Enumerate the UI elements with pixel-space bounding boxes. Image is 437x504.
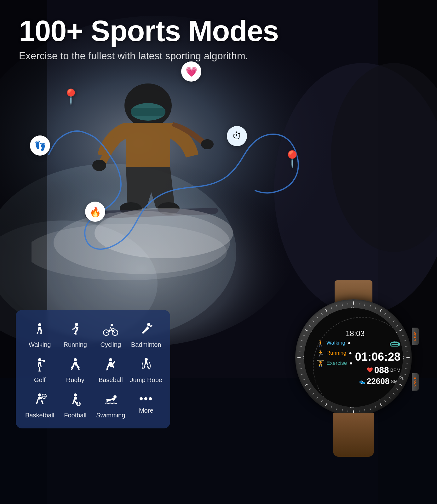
baseball-icon [104, 358, 118, 374]
walking-watch-icon: 🚶 [317, 339, 325, 347]
walking-label: Walking [29, 341, 51, 348]
svg-rect-120 [392, 344, 398, 345]
svg-line-87 [301, 374, 303, 375]
svg-point-36 [145, 358, 148, 361]
activity-list: 🚶 Walking ● 🏃 Running ● 🏋 [317, 339, 353, 367]
svg-line-56 [402, 335, 404, 336]
crown-back[interactable]: BACK [412, 373, 419, 391]
header-section: 100+ Sports Modes Exercise to the fulles… [0, 0, 437, 62]
pin-stopwatch: ⏱ [227, 126, 247, 146]
svg-line-50 [380, 309, 382, 312]
svg-line-82 [317, 397, 318, 398]
golf-label: Golf [34, 376, 46, 384]
heart-icon: 💗 [181, 61, 201, 82]
svg-line-54 [396, 325, 398, 326]
basketball-icon [33, 393, 47, 409]
location-pin-1-icon: 📍 [61, 88, 80, 106]
walking-icon [33, 323, 47, 339]
sport-cycling: Cycling [93, 319, 129, 352]
svg-line-61 [406, 363, 408, 364]
svg-line-94 [303, 335, 305, 336]
location-pin-2-icon: 📍 [282, 150, 302, 169]
svg-line-102 [336, 305, 337, 307]
svg-line-86 [303, 379, 305, 380]
svg-line-58 [405, 346, 407, 346]
watch-body: .tick { stroke: rgba(255,255,255,0.5); s… [295, 299, 412, 416]
svg-line-76 [348, 410, 348, 412]
running-dot: ● [349, 350, 352, 356]
page-subtitle: Exercise to the fullest with latest spor… [19, 50, 418, 62]
svg-line-97 [313, 321, 314, 322]
svg-point-43 [78, 402, 79, 406]
sport-golf: Golf [22, 355, 58, 387]
watch-container: .tick { stroke: rgba(255,255,255,0.5); s… [286, 280, 421, 457]
svg-line-62 [405, 369, 407, 369]
svg-line-47 [365, 304, 365, 306]
crown-back-label: BACK [414, 377, 417, 387]
more-label: More [139, 407, 153, 414]
svg-point-26 [147, 323, 150, 326]
svg-line-46 [359, 303, 359, 305]
badminton-label: Badminton [131, 341, 161, 348]
exercise-watch-label: Exercise [326, 360, 347, 366]
activity-walking: 🚶 Walking ● [317, 339, 353, 347]
sport-jump-rope: Jump Rope [129, 355, 164, 387]
svg-point-21 [38, 323, 41, 326]
svg-line-80 [325, 403, 327, 406]
running-label: Running [63, 341, 87, 348]
svg-point-34 [109, 358, 112, 361]
rugby-label: Rugby [66, 376, 84, 384]
baseball-label: Baseball [99, 376, 123, 384]
heart-stat-icon: ❤️ [367, 367, 373, 373]
svg-point-32 [43, 360, 45, 362]
svg-line-85 [305, 384, 308, 386]
svg-line-74 [359, 410, 359, 412]
svg-line-93 [301, 341, 303, 341]
pin-footprint: 👣 [30, 135, 50, 156]
svg-line-99 [321, 313, 322, 315]
activity-exercise: 🏋 Exercise ● [317, 359, 353, 367]
sport-more[interactable]: ••• More [129, 390, 164, 422]
sport-swimming: Swimming [93, 390, 129, 422]
svg-line-100 [325, 309, 327, 312]
watch-stats-right: 01:06:28 ❤️ 088 BPM 👟 22608 [355, 339, 400, 386]
swimming-icon [104, 393, 118, 409]
svg-point-42 [77, 402, 80, 406]
flame-icon: 🔥 [85, 202, 105, 222]
walking-dot: ● [348, 340, 351, 346]
walking-watch-label: Walking [326, 340, 345, 346]
jump-rope-icon [139, 358, 153, 374]
exercise-icon-top [389, 339, 400, 350]
svg-point-22 [75, 323, 78, 326]
sport-running: Running [58, 319, 93, 352]
strap-bottom [333, 413, 374, 457]
svg-point-25 [111, 324, 113, 326]
svg-line-79 [331, 406, 332, 408]
steps-value: 22608 [367, 376, 389, 386]
svg-line-48 [370, 305, 371, 307]
svg-line-98 [317, 317, 318, 318]
running-icon [68, 323, 82, 339]
running-watch-icon: 🏃 [317, 349, 325, 357]
watch-timer: 01:06:28 [355, 351, 400, 363]
exercise-dot: ● [349, 360, 353, 366]
exercise-watch-icon: 🏋 [317, 359, 325, 367]
watch-screen: 18:03 🚶 Walking ● 🏃 [304, 308, 403, 407]
basketball-label: Basketball [25, 412, 54, 419]
golf-icon [33, 358, 47, 374]
cycling-label: Cycling [100, 341, 121, 348]
svg-line-88 [300, 369, 302, 369]
sport-walking: Walking [22, 319, 58, 352]
pin-location-1: 📍 [61, 88, 80, 106]
svg-line-52 [389, 317, 390, 318]
pin-heart: 💗 [181, 61, 201, 82]
watch-time: 18:03 [346, 329, 365, 338]
screen-content: 18:03 🚶 Walking ● 🏃 [313, 329, 397, 386]
svg-line-53 [393, 321, 394, 322]
sport-baseball: Baseball [93, 355, 129, 387]
crown-open-label: OPEN [414, 332, 417, 341]
svg-point-37 [38, 393, 41, 397]
svg-line-63 [404, 374, 406, 375]
crown-open[interactable]: OPEN [412, 328, 419, 345]
svg-line-101 [331, 307, 332, 309]
